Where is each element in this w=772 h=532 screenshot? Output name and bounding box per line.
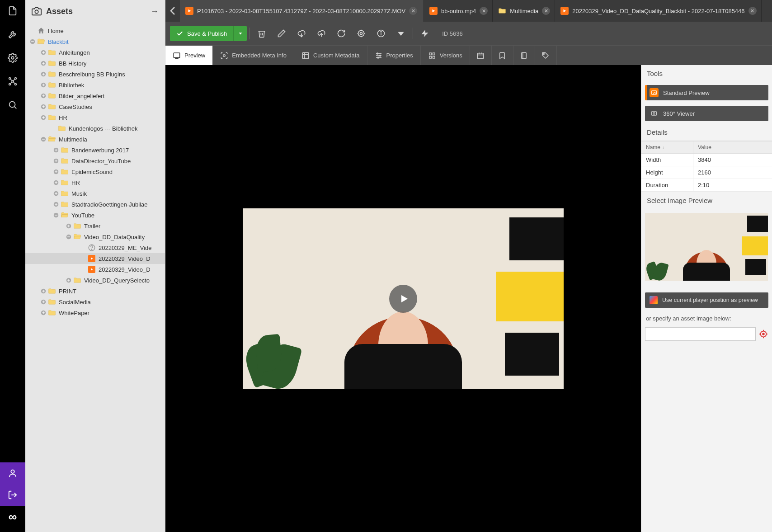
- tab-close-icon[interactable]: ✕: [542, 7, 550, 15]
- use-position-button[interactable]: Use current player position as preview: [645, 292, 768, 308]
- cloud-upload-icon[interactable]: [312, 26, 330, 41]
- tree-item[interactable]: Bilder_angeliefert: [25, 90, 165, 101]
- document-tab[interactable]: P1016703 - 2022-03-08T155107.431279Z - 2…: [180, 0, 424, 22]
- standard-preview-button[interactable]: Standard Preview: [645, 85, 768, 100]
- expand-toggle-icon[interactable]: [39, 82, 48, 88]
- th-value[interactable]: Value: [693, 141, 772, 153]
- info-icon[interactable]: [372, 26, 390, 41]
- tree-kundenlogos[interactable]: Kundenlogos --- Bibliothek: [25, 123, 165, 134]
- expand-toggle-icon[interactable]: [39, 49, 48, 56]
- tree-item[interactable]: Bandenwerbung 2017: [25, 145, 165, 155]
- collapse-toggle-icon[interactable]: [28, 38, 37, 45]
- rename-icon[interactable]: [273, 26, 291, 41]
- assets-panel: Assets → Home Blackbit AnleitungenBB His…: [25, 0, 165, 532]
- tree-blackbit[interactable]: Blackbit: [25, 36, 165, 47]
- video-preview[interactable]: [243, 208, 564, 389]
- expand-toggle-icon[interactable]: [52, 158, 61, 164]
- tab-versions[interactable]: Versions: [421, 46, 470, 65]
- wrench-icon[interactable]: [6, 28, 19, 41]
- expand-toggle-icon[interactable]: [39, 310, 48, 316]
- tree-item[interactable]: EpidemicSound: [25, 166, 165, 177]
- tree-item[interactable]: CaseStudies: [25, 101, 165, 112]
- save-publish-button[interactable]: Save & Publish: [170, 26, 247, 41]
- svg-marker-81: [188, 9, 191, 13]
- tree-item[interactable]: Anleitungen: [25, 47, 165, 58]
- tree-item[interactable]: StadtradioGoettingen-Jubilae: [25, 199, 165, 210]
- tree-item[interactable]: HR: [25, 112, 165, 123]
- tree-item[interactable]: Musik: [25, 188, 165, 199]
- tab-schedule-icon[interactable]: [470, 46, 492, 65]
- tab-preview[interactable]: Preview: [165, 46, 213, 65]
- search-icon[interactable]: [6, 99, 19, 111]
- expand-toggle-icon[interactable]: [52, 169, 61, 175]
- tree-white[interactable]: WhitePaper: [25, 307, 165, 318]
- refresh-icon[interactable]: [332, 26, 350, 41]
- tab-close-icon[interactable]: ✕: [748, 7, 757, 15]
- save-dropdown[interactable]: [233, 26, 247, 41]
- document-tab[interactable]: Multimedia✕: [493, 0, 555, 22]
- document-tab[interactable]: bb-outro.mp4✕: [424, 0, 493, 22]
- tab-bookmark-icon[interactable]: [492, 46, 513, 65]
- collapse-toggle-icon[interactable]: [64, 234, 73, 240]
- graph-icon[interactable]: [6, 75, 19, 88]
- th-name[interactable]: Name↓: [641, 141, 693, 153]
- expand-toggle-icon[interactable]: [52, 147, 61, 153]
- tree-print[interactable]: PRINT: [25, 286, 165, 297]
- tab-notes-icon[interactable]: [513, 46, 535, 65]
- tree-multimedia[interactable]: Multimedia: [25, 134, 165, 145]
- more-dropdown[interactable]: [392, 26, 410, 41]
- viewer-360-button[interactable]: 360° Viewer: [645, 106, 768, 121]
- tab-embedded[interactable]: Embedded Meta Info: [213, 46, 294, 65]
- expand-toggle-icon[interactable]: [64, 277, 73, 283]
- tree-item[interactable]: Beschreibung BB Plugins: [25, 69, 165, 80]
- tree-file[interactable]: 20220329_ME_Vide: [25, 242, 165, 253]
- expand-toggle-icon[interactable]: [39, 299, 48, 305]
- tree-home[interactable]: Home: [25, 25, 165, 36]
- tree-file-selected[interactable]: 20220329_Video_D: [25, 253, 165, 264]
- expand-toggle-icon[interactable]: [39, 114, 48, 121]
- tree-item[interactable]: BB History: [25, 58, 165, 69]
- expand-toggle-icon[interactable]: [39, 288, 48, 294]
- tab-tag-icon[interactable]: [535, 46, 557, 65]
- tree-item[interactable]: Bibliothek: [25, 80, 165, 90]
- tree-item[interactable]: HR: [25, 177, 165, 188]
- expand-toggle-icon[interactable]: [52, 190, 61, 197]
- tree-video-dd[interactable]: Video_DD_DataQuality: [25, 231, 165, 242]
- expand-toggle-icon[interactable]: [39, 93, 48, 99]
- user-icon[interactable]: [0, 462, 25, 484]
- logout-icon[interactable]: [0, 484, 25, 506]
- locate-icon[interactable]: [758, 329, 768, 339]
- tree-file[interactable]: 20220329_Video_D: [25, 264, 165, 275]
- expand-toggle-icon[interactable]: [52, 179, 61, 186]
- gear-icon[interactable]: [6, 52, 19, 64]
- file-icon[interactable]: [6, 5, 19, 17]
- tree-trailer[interactable]: Trailer: [25, 221, 165, 231]
- flash-icon[interactable]: [416, 26, 434, 41]
- play-icon[interactable]: [389, 285, 417, 313]
- tree-social[interactable]: SocialMedia: [25, 297, 165, 307]
- tree-queryselector[interactable]: Video_DD_QuerySelecto: [25, 275, 165, 286]
- expand-toggle-icon[interactable]: [52, 201, 61, 207]
- tab-close-icon[interactable]: ✕: [409, 7, 417, 15]
- tab-custom[interactable]: Custom Metadata: [294, 46, 367, 65]
- expand-toggle-icon[interactable]: [64, 223, 73, 229]
- expand-toggle-icon[interactable]: [39, 71, 48, 77]
- svg-rect-77: [43, 301, 43, 303]
- tab-close-icon[interactable]: ✕: [480, 7, 488, 15]
- delete-icon[interactable]: [253, 26, 271, 41]
- tree-youtube[interactable]: YouTube: [25, 210, 165, 221]
- main-area: P1016703 - 2022-03-08T155107.431279Z - 2…: [165, 0, 772, 532]
- target-icon[interactable]: [352, 26, 370, 41]
- cloud-download-icon[interactable]: [292, 26, 311, 41]
- collapse-toggle-icon[interactable]: [52, 212, 61, 218]
- tabs-scroll-left[interactable]: [165, 0, 180, 22]
- collapse-toggle-icon[interactable]: [39, 136, 48, 142]
- asset-image-input[interactable]: [645, 327, 756, 341]
- expand-toggle-icon[interactable]: [39, 60, 48, 66]
- collapse-icon[interactable]: →: [151, 7, 159, 16]
- tree-item[interactable]: DataDirector_YouTube: [25, 155, 165, 166]
- preview-thumbnail[interactable]: [645, 213, 768, 281]
- document-tab[interactable]: 20220329_Video_DD_DataQuality_Blackbit -…: [555, 0, 761, 22]
- tab-properties[interactable]: Properties: [367, 46, 421, 65]
- expand-toggle-icon[interactable]: [39, 104, 48, 110]
